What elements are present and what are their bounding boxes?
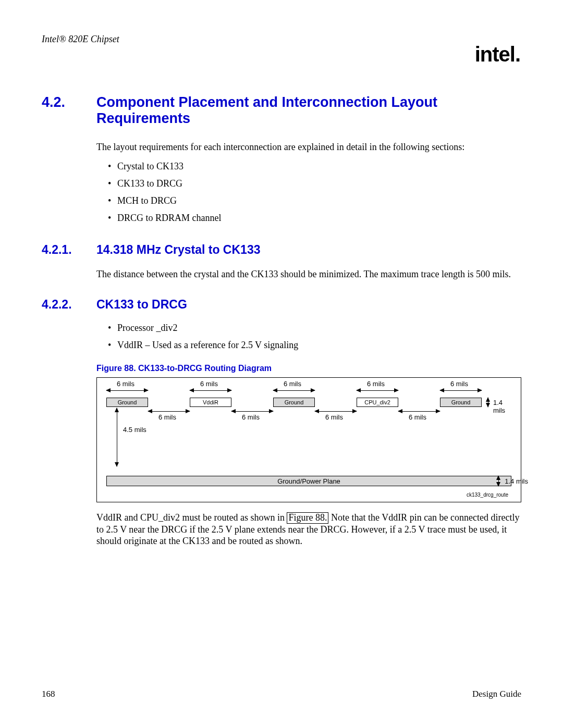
doc-title: Design Guide — [472, 689, 521, 699]
subsection-para: The distance between the crystal and the… — [96, 268, 521, 280]
dimension-arrow-vertical — [117, 408, 117, 466]
dimension-row-top: 6 mils 6 mils 6 mils 6 mils 6 mils — [106, 387, 511, 397]
dimension-row-bottom: 6 mils 6 mils 6 mils 6 mils — [106, 408, 511, 417]
closing-para: VddIR and CPU_div2 must be routed as sho… — [96, 512, 521, 547]
list-item: CK133 to DRCG — [108, 177, 521, 191]
section-number: 4.2. — [42, 94, 96, 127]
section-title: Component Placement and Interconnection … — [96, 94, 521, 127]
subsection-title: CK133 to DRCG — [96, 298, 187, 312]
dimension-arrow — [315, 411, 357, 412]
dimension-label: 6 mils — [158, 413, 176, 421]
dimension-label: 6 mils — [117, 380, 134, 388]
dimension-arrow — [273, 390, 315, 391]
page-footer: 168 Design Guide — [42, 689, 521, 699]
list-item: Processor _div2 — [108, 321, 521, 335]
list-item: DRCG to RDRAM channel — [108, 211, 521, 225]
dimension-arrow — [357, 390, 398, 391]
running-header: Intel® 820E Chipset — [42, 34, 521, 45]
intel-logo: intel. — [475, 43, 520, 66]
trace-box-ground: Ground — [440, 398, 482, 407]
logo-dot: . — [515, 43, 520, 66]
trace-row: Ground VddiR Ground CPU_div2 Ground 1.4 … — [106, 398, 511, 407]
section-bullet-list: Crystal to CK133 CK133 to DRCG MCH to DR… — [108, 159, 521, 225]
list-item: VddIR – Used as a reference for 2.5 V si… — [108, 338, 521, 352]
trace-box-ground: Ground — [106, 398, 148, 407]
list-item: Crystal to CK133 — [108, 159, 521, 174]
dimension-label: 1.4 mils — [505, 477, 528, 485]
dimension-arrow — [398, 411, 440, 412]
subsection-bullet-list: Processor _div2 VddIR – Used as a refere… — [108, 321, 521, 352]
dimension-arrow-vertical — [498, 476, 499, 486]
dimension-arrow — [190, 390, 231, 391]
trace-box-ground: Ground — [273, 398, 315, 407]
dimension-label: 4.5 mils — [123, 426, 146, 434]
subsection-number: 4.2.2. — [42, 298, 96, 312]
dimension-label: 6 mils — [367, 380, 385, 388]
figure-crossref-link[interactable]: Figure 88. — [287, 512, 328, 524]
dimension-arrow — [440, 390, 482, 391]
ground-power-plane: Ground/Power Plane — [106, 476, 511, 486]
figure-caption: Figure 88. CK133-to-DRCG Routing Diagram — [96, 364, 521, 373]
section-heading: 4.2. Component Placement and Interconnec… — [42, 94, 521, 127]
figure-frame: 6 mils 6 mils 6 mils 6 mils 6 mils Groun… — [96, 377, 521, 502]
closing-pre: VddIR and CPU_div2 must be routed as sho… — [96, 512, 287, 523]
dimension-label: 6 mils — [284, 380, 301, 388]
logo-text: intel — [475, 43, 515, 66]
dimension-label: 6 mils — [450, 380, 468, 388]
subsection-title: 14.318 MHz Crystal to CK133 — [96, 243, 260, 257]
subsection-heading: 4.2.1. 14.318 MHz Crystal to CK133 — [42, 243, 521, 257]
dimension-label: 6 mils — [325, 413, 343, 421]
figure-id: ck133_drcg_route — [467, 492, 508, 498]
dimension-arrow-vertical — [488, 398, 488, 407]
dimension-label: 6 mils — [200, 380, 218, 388]
section-intro: The layout requirements for each interco… — [96, 141, 521, 153]
subsection-number: 4.2.1. — [42, 243, 96, 257]
trace-box-vddir: VddiR — [190, 398, 231, 407]
list-item: MCH to DRCG — [108, 194, 521, 208]
dimension-arrow — [106, 390, 148, 391]
subsection-heading: 4.2.2. CK133 to DRCG — [42, 298, 521, 312]
dimension-label: 6 mils — [409, 413, 426, 421]
dimension-arrow — [231, 411, 273, 412]
dimension-arrow — [148, 411, 190, 412]
dimension-label: 6 mils — [242, 413, 260, 421]
trace-box-cpudiv2: CPU_div2 — [357, 398, 398, 407]
page-number: 168 — [42, 689, 55, 699]
